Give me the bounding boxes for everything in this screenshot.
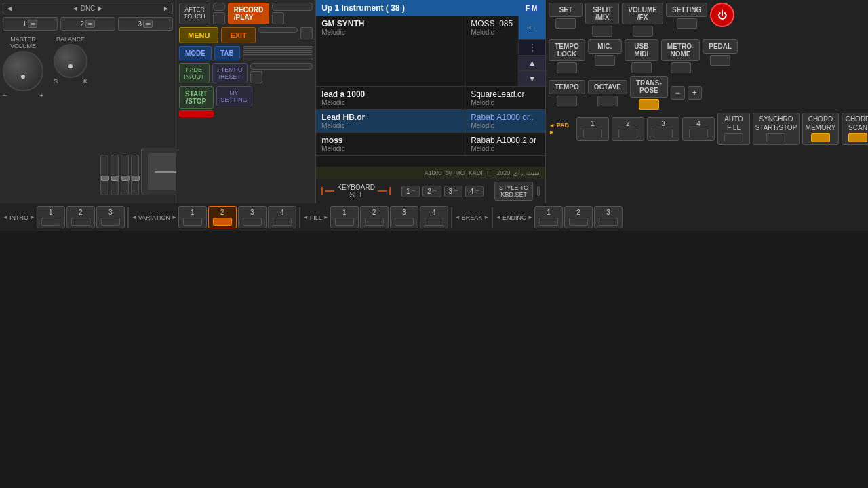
transpose-sq[interactable] (639, 99, 659, 110)
volume-fx-btn[interactable]: VOLUME /FX (622, 3, 663, 24)
fill-4-btn[interactable]: 4 (420, 206, 448, 228)
set-sq[interactable] (555, 18, 576, 29)
fill-2-btn[interactable]: 2 (360, 206, 389, 228)
kbd-num-1[interactable]: 1 ═ (401, 186, 420, 197)
fader-1[interactable] (100, 155, 108, 195)
chord-memory-btn[interactable]: CHORD MEMORY (802, 113, 839, 145)
record-slider[interactable] (272, 3, 313, 11)
fader-2[interactable] (111, 155, 119, 195)
intro-3-btn[interactable]: 3 (96, 206, 125, 228)
ch3-minus[interactable]: ═ (143, 20, 153, 28)
octave-btn[interactable]: OCTAVE (588, 80, 627, 94)
nav-up-btn[interactable]: ▲ (519, 56, 545, 71)
pedal-sq[interactable] (710, 55, 730, 66)
pedal-btn[interactable]: PEDAL (703, 39, 738, 54)
fill-1-btn[interactable]: 1 (330, 206, 359, 228)
split-mix-sq[interactable] (592, 26, 612, 37)
variation-4-btn[interactable]: 4 (268, 206, 296, 228)
nav-down-btn[interactable]: ▼ (519, 71, 545, 86)
record-play-btn[interactable]: RECORD /PLAY (228, 3, 269, 24)
after-touch-sq[interactable] (213, 12, 225, 24)
usb-midi-sq[interactable] (631, 62, 652, 73)
kbd-num-4[interactable]: 4 ═ (465, 186, 484, 197)
synchro-start-btn[interactable]: SYNCHRO START/STOP (753, 113, 800, 145)
fade-sq[interactable] (250, 71, 262, 83)
minus-btn[interactable]: − (671, 86, 685, 100)
octave-sq[interactable] (597, 96, 618, 106)
nav-back-btn[interactable]: ← (519, 16, 545, 39)
tempo-btn[interactable]: TEMPO (549, 80, 585, 94)
fade-btn[interactable]: FADE IN/OUT (179, 63, 210, 83)
channel-1-btn[interactable]: 1 ═ (3, 17, 58, 30)
knob-dot (21, 75, 25, 79)
kbd-num-3[interactable]: 3 ═ (444, 186, 462, 197)
mic-btn[interactable]: MIC. (588, 39, 622, 54)
pad-1-btn[interactable]: 1 (576, 117, 609, 141)
split-mix-btn[interactable]: SPLIT /MIX (585, 3, 619, 24)
volume-knob[interactable] (3, 51, 43, 92)
ch1-minus[interactable]: ═ (28, 20, 37, 28)
record-sq[interactable] (272, 12, 284, 24)
variation-2-btn[interactable]: 2 (208, 206, 237, 228)
tempo-lock-sq[interactable] (557, 62, 577, 73)
menu-slider[interactable] (258, 27, 298, 33)
fade-slider-1[interactable] (250, 63, 313, 70)
style-to-kbd-btn[interactable]: STYLE TO KBD.SET (494, 182, 533, 201)
mode-slider-4[interactable] (243, 58, 313, 60)
usb-midi-btn[interactable]: USB MIDI (625, 39, 658, 61)
power-btn[interactable]: ⏻ (710, 3, 734, 27)
auto-fill-btn[interactable]: AUTO FILL (717, 113, 750, 145)
pad-3-btn[interactable]: 3 (647, 117, 679, 141)
kbd-num-2[interactable]: 2 ═ (422, 186, 441, 197)
fill-3-btn[interactable]: 3 (390, 206, 418, 228)
ending-3-btn[interactable]: 3 (594, 206, 623, 228)
after-touch-btn[interactable]: AFTER TOUCH (179, 3, 210, 24)
mode-slider-1[interactable] (243, 46, 313, 49)
nav-dots-btn[interactable]: ⋮ (519, 39, 545, 56)
set-btn[interactable]: SET (549, 3, 583, 17)
channel-3-btn[interactable]: 3 ═ (118, 17, 173, 30)
pad-2-btn[interactable]: 2 (612, 117, 644, 141)
mic-sq[interactable] (595, 55, 615, 66)
chord-scan-btn[interactable]: CHORD SCAN (842, 113, 868, 145)
red-stop-bar[interactable] (179, 110, 214, 117)
start-stop-btn[interactable]: START /STOP (179, 86, 214, 109)
tempo-sq[interactable] (557, 96, 577, 106)
setting-btn[interactable]: SETTING (666, 3, 707, 17)
after-touch-slider[interactable] (213, 3, 225, 11)
instrument-row-2[interactable]: Lead HB.or Melodic Rabab A1000 or.. Melo… (316, 110, 545, 133)
style-to-kbd-sq[interactable] (537, 186, 540, 196)
menu-btn[interactable]: MENU (179, 27, 218, 43)
ending-2-btn[interactable]: 2 (564, 206, 593, 228)
variation-3-btn[interactable]: 3 (238, 206, 267, 228)
ch2-minus[interactable]: ═ (85, 20, 95, 28)
setting-sq[interactable] (677, 18, 697, 29)
pad-4-btn[interactable]: 4 (682, 117, 715, 141)
variation-1-btn[interactable]: 1 (178, 206, 207, 228)
instrument-row-1[interactable]: lead a 1000 Melodic SquareLead.or Melodi… (316, 87, 545, 110)
tempo-reset-btn[interactable]: ♪ TEMPO /RESET (212, 63, 248, 83)
metronome-btn[interactable]: METRO- NOME (661, 39, 700, 61)
intro-2-btn[interactable]: 2 (66, 206, 95, 228)
plus-btn[interactable]: + (688, 86, 702, 100)
fader-4[interactable] (131, 155, 139, 195)
mode-btn[interactable]: MODE (179, 46, 212, 60)
tempo-lock-btn[interactable]: TEMPO LOCK (549, 39, 585, 61)
instrument-row-0[interactable]: GM SYNTH Melodic MOSS_085 Melodic ← ⋮ ▲ (316, 16, 545, 87)
mode-slider-3[interactable] (243, 54, 313, 57)
ending-1-btn[interactable]: 1 (534, 206, 563, 228)
ending-label: ENDING (502, 214, 526, 221)
exit-btn[interactable]: EXIT (221, 27, 255, 43)
fader-3[interactable] (121, 155, 129, 195)
intro-1-btn[interactable]: 1 (37, 206, 65, 228)
tab-btn[interactable]: TAB (214, 46, 240, 60)
metronome-sq[interactable] (671, 62, 691, 73)
volume-fx-sq[interactable] (633, 26, 653, 37)
transpose-btn[interactable]: TRANS- POSE (630, 76, 668, 98)
menu-sq[interactable] (300, 27, 313, 39)
channel-2-btn[interactable]: 2 ═ (60, 17, 115, 30)
instrument-row-3[interactable]: moss Melodic Rabab A1000.2.or Melodic (316, 133, 545, 156)
my-setting-btn[interactable]: MY SETTING (216, 86, 252, 106)
mode-slider-2[interactable] (243, 50, 313, 53)
balance-knob[interactable] (54, 44, 87, 78)
